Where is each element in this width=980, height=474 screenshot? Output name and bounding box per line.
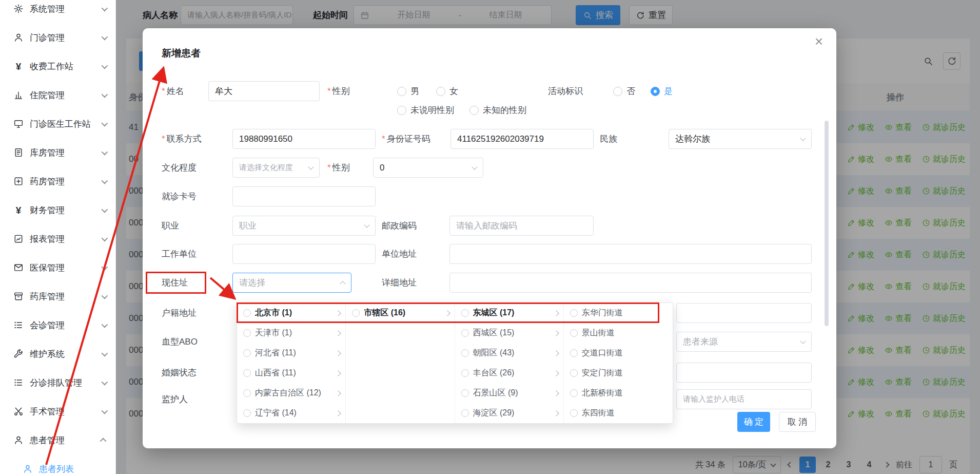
sidebar-item[interactable]: 医保管理 — [0, 253, 115, 282]
close-icon[interactable]: × — [815, 34, 823, 49]
unit-address-label: 单位地址 — [382, 244, 417, 264]
cascader-option[interactable]: 河北省 (11) — [237, 343, 345, 363]
gender-select[interactable]: 0 — [373, 158, 483, 178]
patient-icon — [12, 434, 25, 446]
cascader-option[interactable]: 北新桥街道 — [564, 383, 673, 403]
radio-icon — [461, 389, 469, 397]
sidebar-item[interactable]: 药房管理 — [0, 167, 115, 196]
unit-address-input[interactable] — [449, 244, 812, 264]
chevron-down-icon — [102, 206, 108, 213]
cascader-option[interactable]: 安定门街道 — [564, 363, 673, 383]
contact-input[interactable]: 19880991650 — [232, 129, 376, 149]
work-unit-input[interactable] — [232, 244, 376, 264]
modal-scrollbar[interactable] — [825, 121, 829, 326]
chevron-right-icon — [553, 410, 559, 416]
chevron-down-icon — [800, 135, 806, 141]
cancel-button[interactable]: 取 消 — [779, 412, 816, 432]
sidebar-item[interactable]: 库房管理 — [0, 138, 115, 167]
cascader-option[interactable]: 朝阳区 (43) — [455, 343, 563, 363]
guardian-phone-input[interactable]: 请输入监护人电话 — [676, 389, 812, 409]
chevron-right-icon — [336, 410, 341, 416]
active-flag-radio-yes[interactable]: 是 — [651, 81, 673, 101]
ethnicity-select[interactable]: 达斡尔族 — [669, 129, 812, 149]
ethnicity-label: 民族 — [600, 129, 617, 149]
yen-icon: ¥ — [12, 61, 25, 72]
sidebar-item[interactable]: 患者管理 — [0, 426, 115, 454]
insurance-icon — [12, 262, 25, 273]
sidebar-item[interactable]: 维护系统 — [0, 339, 115, 368]
chevron-down-icon — [472, 164, 477, 169]
confirm-button[interactable]: 确 定 — [737, 412, 770, 432]
occupation-select[interactable]: 职业 — [232, 216, 376, 236]
gear-icon — [12, 3, 25, 14]
radio-icon — [461, 409, 469, 417]
sidebar-item-patient-list[interactable]: 患者列表 — [0, 454, 115, 474]
cascader-option[interactable]: 交道口街道 — [564, 343, 673, 363]
id-number-input[interactable]: 411625192602039719 — [450, 129, 594, 149]
name-input[interactable]: 牟大 — [208, 81, 320, 101]
radio-icon — [461, 369, 469, 377]
current-address-select[interactable]: 请选择 — [232, 273, 351, 293]
chevron-right-icon — [336, 370, 341, 376]
chart-icon — [12, 89, 25, 101]
gender-radio-unspecified[interactable]: 未说明性别 — [397, 100, 454, 120]
chevron-down-icon — [102, 350, 108, 356]
gender-label: *性别 — [327, 81, 350, 101]
drugstore-icon — [12, 291, 25, 302]
marital-status-label: 婚姻状态 — [162, 363, 197, 383]
cascader-option[interactable]: 市辖区 (16) — [346, 303, 454, 323]
sidebar-item[interactable]: ¥财务管理 — [0, 196, 115, 224]
active-flag-radio-no[interactable]: 否 — [613, 81, 635, 101]
cascader-option[interactable]: 天津市 (1) — [237, 323, 345, 343]
cascader-column: 东华门街道景山街道交道口街道安定门街道北新桥街道东四街道 — [564, 303, 673, 423]
sidebar-item[interactable]: 报表管理 — [0, 224, 115, 253]
cascader-option[interactable]: 东城区 (17) — [455, 303, 563, 323]
radio-icon — [461, 349, 469, 357]
guardian-label: 监护人 — [162, 389, 188, 409]
cascader-column: 市辖区 (16) — [346, 303, 455, 423]
gender-radio-unknown[interactable]: 未知的性别 — [469, 100, 526, 120]
patient-source-select[interactable]: 患者来源 — [676, 332, 812, 352]
cascader-option[interactable]: 内蒙古自治区 (12) — [237, 383, 345, 403]
queue-icon — [12, 377, 25, 388]
current-address-label: 现住址 — [162, 273, 188, 293]
chevron-down-icon — [102, 407, 108, 414]
cascader-option[interactable]: 石景山区 (9) — [455, 383, 563, 403]
sidebar-item[interactable]: 门诊管理 — [0, 23, 115, 52]
outpatient-icon — [12, 32, 25, 43]
postcode-input[interactable]: 请输入邮政编码 — [449, 216, 594, 236]
radio-icon — [570, 349, 578, 357]
education-label: 文化程度 — [162, 158, 197, 178]
sidebar-item[interactable]: 门诊医生工作站 — [0, 109, 115, 138]
cascader-option[interactable]: 丰台区 (26) — [455, 363, 563, 383]
radio-icon — [243, 329, 251, 337]
sidebar-item[interactable]: 药库管理 — [0, 282, 115, 311]
patient-list-icon — [22, 463, 34, 474]
cascader-option[interactable]: 海淀区 (29) — [455, 403, 563, 423]
sidebar-item[interactable]: 会诊管理 — [0, 311, 115, 339]
sidebar-item[interactable]: 系统管理 — [0, 0, 115, 23]
name-label: *姓名 — [162, 81, 184, 101]
household-address-input[interactable] — [676, 303, 812, 323]
cascader-option[interactable]: 山西省 (11) — [237, 363, 345, 383]
detail-address-input[interactable] — [449, 273, 812, 293]
chevron-down-icon — [102, 62, 108, 69]
sidebar-item[interactable]: ¥收费工作站 — [0, 52, 115, 81]
cascader-option[interactable]: 东四街道 — [564, 403, 673, 423]
education-select[interactable]: 请选择文化程度 — [232, 158, 320, 178]
chevron-down-icon — [102, 33, 108, 40]
cascader-option[interactable]: 北京市 (1) — [237, 303, 345, 323]
card-no-input[interactable] — [232, 186, 376, 206]
marital-status-input[interactable] — [676, 363, 812, 383]
cascader-option[interactable]: 辽宁省 (14) — [237, 403, 345, 423]
chevron-down-icon — [102, 91, 108, 98]
sidebar-item[interactable]: 住院管理 — [0, 81, 115, 109]
radio-icon — [243, 369, 251, 377]
sidebar-item[interactable]: 手术管理 — [0, 397, 115, 426]
cascader-option[interactable]: 景山街道 — [564, 323, 673, 343]
cascader-option[interactable]: 东华门街道 — [564, 303, 673, 323]
cascader-option[interactable]: 西城区 (15) — [455, 323, 563, 343]
gender-radio-male[interactable]: 男 — [397, 81, 419, 101]
gender-radio-female[interactable]: 女 — [436, 81, 458, 101]
sidebar-item[interactable]: 分诊排队管理 — [0, 368, 115, 397]
